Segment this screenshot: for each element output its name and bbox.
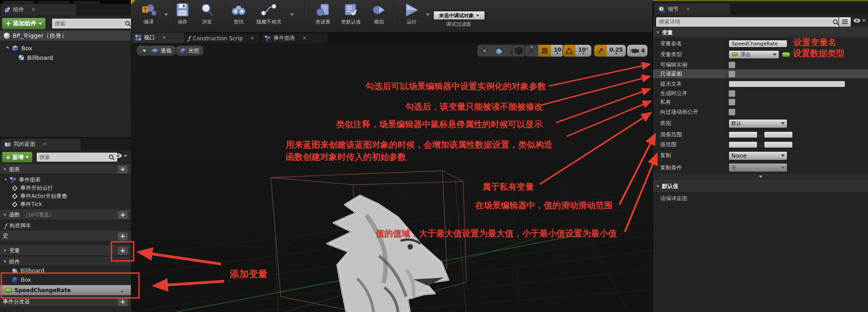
details-visibility-button[interactable]	[853, 18, 866, 23]
instance-editable-checkbox[interactable]	[729, 62, 735, 68]
component-root-row[interactable]: BP_Trigger（自身）	[0, 31, 131, 41]
section-dispatchers[interactable]: 事件分发器 +	[0, 297, 131, 307]
variable-name-input[interactable]: SpeedChangeRate	[729, 40, 787, 48]
tooltip-input[interactable]	[729, 81, 845, 87]
section-functions[interactable]: 函数 （18可覆盖） +	[0, 210, 131, 220]
scale-snap-value[interactable]: 0.25	[607, 45, 626, 57]
grid-list-icon	[842, 19, 848, 25]
section-variable-components[interactable]: 组件	[0, 257, 131, 266]
tab-my-blueprint[interactable]: 我的蓝图 ✕	[1, 139, 81, 150]
container-type-button[interactable]	[782, 52, 790, 57]
new-button[interactable]: + 新增	[2, 152, 33, 163]
section-variables[interactable]: 变量 +	[0, 245, 131, 256]
value-range-min-input[interactable]	[729, 141, 758, 148]
find-label: 查找	[234, 19, 244, 25]
grid-snap-toggle[interactable]	[538, 45, 551, 57]
binoculars-icon	[231, 2, 246, 18]
class-defaults-button[interactable]: 类默认值	[336, 2, 365, 25]
row-event-begin[interactable]: 事件开始运行	[12, 184, 53, 192]
hide-options-caret[interactable]	[290, 14, 294, 16]
find-button[interactable]: 查找	[227, 2, 250, 25]
tab-viewport[interactable]: 视口 ✕	[132, 33, 184, 43]
expander-icon	[4, 250, 6, 252]
camera-speed-button[interactable]: 4	[627, 45, 647, 57]
tab-components[interactable]: 组件 ✕	[1, 4, 76, 15]
row-event-overlap[interactable]: 事件Actor开始重叠	[12, 192, 67, 200]
scale-snap-toggle[interactable]	[594, 45, 607, 57]
replication-condition-dropdown[interactable]: 无	[729, 163, 787, 172]
close-icon[interactable]: ✕	[302, 35, 307, 41]
add-dispatcher-button[interactable]: +	[117, 298, 128, 307]
viewport-3d[interactable]: 透视 光照 10	[131, 43, 652, 312]
property-matrix-button[interactable]	[839, 17, 851, 27]
close-icon[interactable]: ✕	[250, 35, 254, 41]
component-row-box[interactable]: Box	[0, 43, 131, 53]
detail-row-slider-range: 滑条范围 ..	[653, 130, 868, 140]
tab-event-graph[interactable]: 事件图表 ✕	[261, 34, 327, 43]
tab-details[interactable]: i 细节 ✕	[655, 4, 730, 15]
add-graph-button[interactable]: +	[117, 165, 128, 174]
simulate-button[interactable]: 模拟	[367, 2, 391, 25]
annotation-slider-range: 在场景编辑器中，值的滑动滑动范围	[475, 200, 613, 211]
my-blueprint-search-input[interactable]: 搜索	[36, 152, 118, 162]
tab-construction-script[interactable]: ƒ Construction Scrip ✕	[184, 34, 259, 43]
components-search-input[interactable]: 搜索	[52, 18, 134, 29]
save-button[interactable]: 保存	[171, 2, 194, 25]
debug-object-dropdown[interactable]: 未选中调试对象	[433, 11, 485, 20]
visibility-filter-button[interactable]	[114, 153, 127, 158]
surface-snap-button[interactable]	[525, 45, 538, 57]
section-graphs[interactable]: 图表 +	[0, 164, 131, 174]
compile-options-caret[interactable]	[164, 14, 168, 16]
private-checkbox[interactable]	[729, 99, 735, 106]
slider-range-min-input[interactable]	[729, 131, 758, 138]
expose-on-spawn-checkbox[interactable]	[729, 90, 735, 97]
rotate-tool-button[interactable]	[492, 45, 506, 57]
row-construction-script[interactable]: ƒ 构造脚本	[5, 221, 31, 230]
value-range-max-input[interactable]	[764, 141, 793, 148]
add-variable-button[interactable]: +	[117, 246, 128, 255]
row-label: 事件Actor开始重叠	[20, 192, 67, 200]
row-event-graph[interactable]: 事件图表	[4, 176, 41, 184]
angle-snap-toggle[interactable]	[563, 45, 575, 57]
variable-type-dropdown[interactable]: 浮点	[729, 50, 779, 59]
category-dropdown[interactable]: 默认	[729, 119, 787, 128]
advanced-expander[interactable]	[653, 173, 868, 181]
close-icon[interactable]: ✕	[31, 7, 35, 13]
row-var-speedchangerate[interactable]: SpeedChangeRate ⌄	[0, 285, 131, 295]
blueprint-readonly-checkbox[interactable]	[729, 71, 735, 77]
add-component-button[interactable]: + 添加组件	[2, 18, 46, 29]
lit-mode-button[interactable]: 光照	[176, 45, 204, 56]
add-macro-button[interactable]: +	[117, 232, 128, 241]
details-search-input[interactable]: 搜索详情	[656, 17, 842, 27]
close-icon[interactable]: ✕	[43, 141, 47, 147]
slider-range-max-input[interactable]	[764, 131, 793, 138]
play-button[interactable]: 运行	[399, 2, 424, 25]
hide-unrelated-button[interactable]: 隐藏不相关	[251, 2, 287, 25]
add-function-button[interactable]: +	[117, 211, 128, 220]
world-local-toggle[interactable]	[512, 45, 526, 57]
section-macros[interactable]: 宏 +	[0, 231, 131, 241]
angle-snap-value[interactable]: 10°	[575, 45, 591, 57]
compile-button[interactable]: ? 编译	[135, 2, 162, 25]
perspective-button[interactable]: 透视	[147, 45, 176, 56]
component-row-billboard[interactable]: Billboard	[0, 53, 131, 62]
toolbar-separator	[393, 3, 394, 29]
chevron-down-icon[interactable]: ⌄	[120, 287, 125, 293]
replication-dropdown[interactable]: None	[729, 151, 787, 160]
class-settings-button[interactable]: 类设置	[310, 2, 336, 25]
expose-to-cinematics-checkbox[interactable]	[729, 109, 735, 115]
tab-label: 组件	[13, 6, 24, 14]
expander-icon[interactable]	[6, 47, 9, 49]
move-tool-button[interactable]	[477, 45, 492, 57]
annotation-tooltip: 类似注释，场景编辑器中鼠标悬停属性的时候可以显示	[336, 119, 542, 130]
row-var-billboard[interactable]: Billboard	[12, 267, 44, 275]
close-icon[interactable]: ✕	[686, 6, 690, 12]
save-icon	[175, 2, 190, 18]
row-event-tick[interactable]: 事件Tick	[12, 201, 42, 208]
close-icon[interactable]: ✕	[162, 35, 166, 41]
browse-button[interactable]: 浏览	[195, 2, 219, 25]
section-default-value[interactable]: 默认值	[653, 180, 868, 192]
annotation-value-range: 值的值域，大于最大值设置为最大值，小于最小值设置为最小值	[376, 228, 617, 240]
play-options-caret[interactable]	[426, 14, 430, 16]
row-var-box[interactable]: Box	[12, 276, 31, 284]
